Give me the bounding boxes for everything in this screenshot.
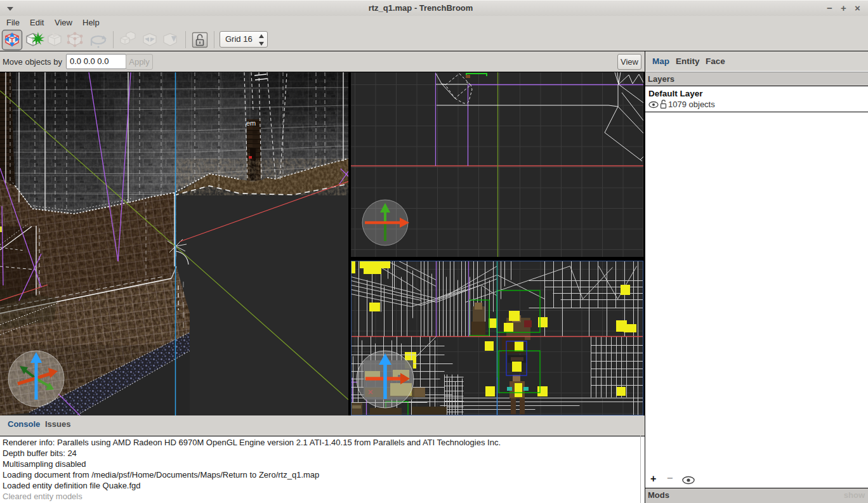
svg-text:em: em <box>246 119 256 127</box>
